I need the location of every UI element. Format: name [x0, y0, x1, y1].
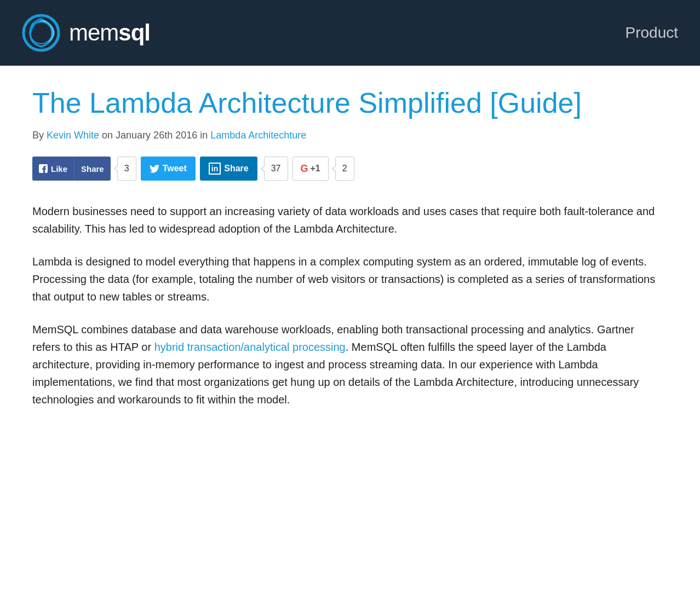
googleplus-icon: G: [301, 163, 308, 175]
author-link[interactable]: Kevin White: [47, 130, 99, 141]
paragraph-3: MemSQL combines database and data wareho…: [32, 321, 657, 408]
linkedin-share-button[interactable]: in Share: [200, 157, 257, 181]
site-header: memsql Product: [0, 0, 700, 66]
googleplus-count: 2: [335, 157, 354, 181]
facebook-count: 3: [117, 157, 136, 181]
googleplus-button[interactable]: G +1: [292, 157, 329, 181]
article-meta: By Kevin White on January 26th 2016 in L…: [32, 130, 657, 141]
linkedin-count: 37: [264, 157, 288, 181]
main-content: The Lambda Architecture Simplified [Guid…: [21, 66, 679, 446]
facebook-buttons: Like Share: [32, 157, 111, 181]
facebook-icon: [39, 164, 48, 173]
twitter-tweet-button[interactable]: Tweet: [141, 157, 196, 181]
memsql-logo-icon: [22, 14, 60, 52]
facebook-like-button[interactable]: Like: [32, 157, 74, 181]
article-body: Modern businesses need to support an inc…: [32, 203, 657, 408]
logo-text: memsql: [69, 20, 150, 46]
facebook-share-button[interactable]: Share: [74, 157, 111, 181]
linkedin-icon: in: [209, 163, 221, 175]
nav-product[interactable]: Product: [626, 24, 679, 41]
logo-area[interactable]: memsql: [22, 14, 150, 52]
social-bar: Like Share 3 Tweet in Share 37 G +1 2: [32, 157, 657, 181]
paragraph-1: Modern businesses need to support an inc…: [32, 203, 657, 238]
twitter-icon: [150, 165, 159, 173]
category-link[interactable]: Lambda Architechture: [210, 130, 306, 141]
svg-point-1: [26, 18, 56, 48]
htap-link[interactable]: hybrid transaction/analytical processing: [154, 341, 346, 353]
main-nav[interactable]: Product: [626, 24, 679, 42]
paragraph-2: Lambda is designed to model everything t…: [32, 253, 657, 305]
article-title: The Lambda Architecture Simplified [Guid…: [32, 88, 657, 119]
